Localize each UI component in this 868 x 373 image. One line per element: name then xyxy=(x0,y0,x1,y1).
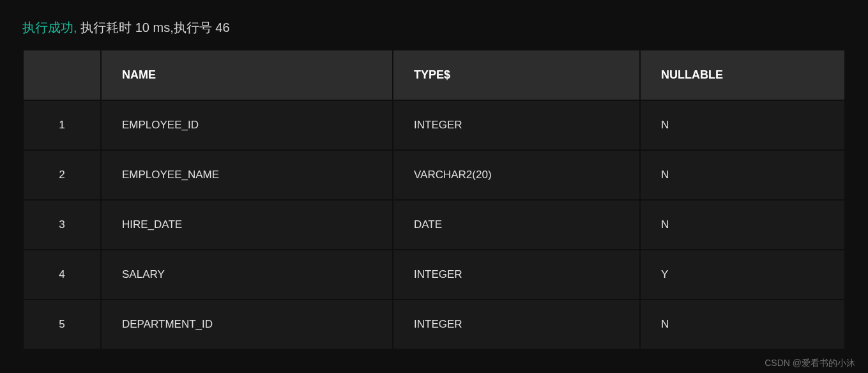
table-row: 2 EMPLOYEE_NAME VARCHAR2(20) N xyxy=(24,151,844,199)
cell-rownum: 5 xyxy=(24,300,100,349)
cell-type: VARCHAR2(20) xyxy=(393,151,639,199)
cell-rownum: 3 xyxy=(24,201,100,249)
table-row: 4 SALARY INTEGER Y xyxy=(24,250,844,299)
status-success-label: 执行成功, xyxy=(22,20,77,34)
cell-rownum: 1 xyxy=(24,101,100,149)
cell-type: INTEGER xyxy=(393,101,639,149)
cell-name: SALARY xyxy=(102,250,392,299)
cell-name: EMPLOYEE_ID xyxy=(102,101,392,149)
table-row: 3 HIRE_DATE DATE N xyxy=(24,201,844,249)
header-nullable: NULLABLE xyxy=(641,50,844,100)
watermark: CSDN @爱看书的小沐 xyxy=(765,358,855,369)
cell-nullable: N xyxy=(641,101,844,149)
cell-name: DEPARTMENT_ID xyxy=(102,300,392,349)
result-table: NAME TYPE$ NULLABLE 1 EMPLOYEE_ID INTEGE… xyxy=(22,49,846,350)
table-row: 5 DEPARTMENT_ID INTEGER N xyxy=(24,300,844,349)
table-header-row: NAME TYPE$ NULLABLE xyxy=(24,50,844,100)
cell-nullable: Y xyxy=(641,250,844,299)
cell-nullable: N xyxy=(641,151,844,199)
cell-type: INTEGER xyxy=(393,250,639,299)
header-name: NAME xyxy=(102,50,392,100)
cell-type: DATE xyxy=(393,201,639,249)
header-type: TYPE$ xyxy=(393,50,639,100)
cell-rownum: 4 xyxy=(24,250,100,299)
status-line: 执行成功, 执行耗时 10 ms,执行号 46 xyxy=(22,19,846,36)
header-rownum xyxy=(24,50,100,100)
status-detail: 执行耗时 10 ms,执行号 46 xyxy=(77,20,230,34)
table-row: 1 EMPLOYEE_ID INTEGER N xyxy=(24,101,844,149)
cell-rownum: 2 xyxy=(24,151,100,199)
cell-type: INTEGER xyxy=(393,300,639,349)
cell-name: HIRE_DATE xyxy=(102,201,392,249)
cell-name: EMPLOYEE_NAME xyxy=(102,151,392,199)
cell-nullable: N xyxy=(641,201,844,249)
cell-nullable: N xyxy=(641,300,844,349)
